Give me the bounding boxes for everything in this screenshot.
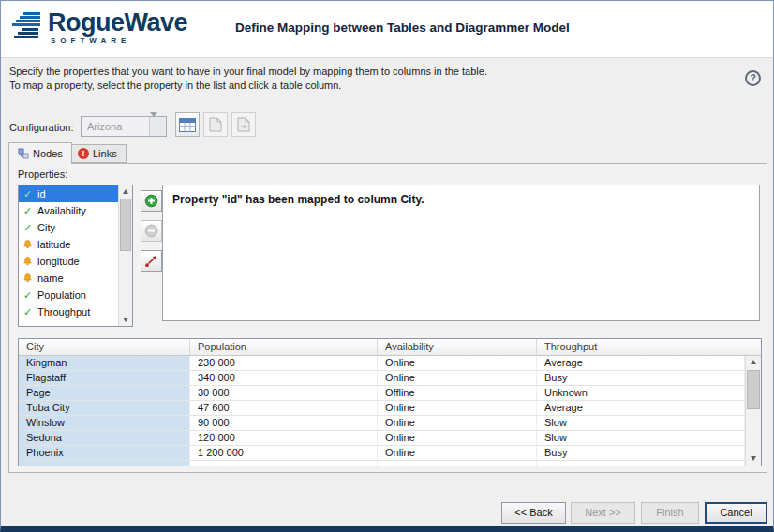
logo-subtitle: SOFTWARE (48, 37, 187, 45)
intro-text: Specify the properties that you want to … (9, 65, 487, 93)
help-button[interactable]: ? (745, 70, 761, 86)
property-item-id[interactable]: ✓ id (19, 185, 119, 202)
nodes-tab-panel: Properties: ✓ id ✓ Availability ✓ City (8, 163, 767, 473)
property-label: latitude (37, 239, 70, 250)
tab-nodes-label: Nodes (33, 148, 63, 159)
cancel-button[interactable]: Cancel (705, 502, 767, 524)
cell-availability[interactable]: Offline (378, 386, 537, 400)
property-item-availability[interactable]: ✓ Availability (19, 202, 119, 219)
error-icon: ! (78, 148, 89, 159)
property-label: id (37, 188, 46, 200)
cell-population[interactable]: 120 000 (190, 431, 378, 445)
import-mapping-button (231, 112, 256, 137)
cell-availability[interactable]: Online (378, 431, 537, 445)
cell-throughput[interactable]: Average (537, 401, 745, 415)
properties-scrollbar[interactable] (118, 185, 132, 326)
column-header-throughput[interactable]: Throughput (537, 339, 761, 356)
export-mapping-button (203, 112, 228, 137)
column-header-availability[interactable]: Availability (378, 339, 537, 356)
node-icon (18, 148, 29, 159)
cell-city[interactable]: Kingman (19, 356, 190, 370)
bell-warning-icon (22, 273, 34, 284)
properties-list: ✓ id ✓ Availability ✓ City latitude (18, 185, 133, 327)
cell-city[interactable]: Flagstaff (19, 371, 190, 385)
cell-availability[interactable]: Online (378, 371, 537, 385)
column-header-city[interactable]: City (19, 339, 190, 356)
document-icon (209, 117, 222, 132)
plus-icon (144, 194, 158, 208)
cell-population[interactable]: 30 000 (190, 386, 378, 400)
finish-button: Finish (641, 502, 699, 524)
question-icon: ? (750, 72, 756, 83)
minus-circle-icon (144, 224, 158, 238)
cell-city[interactable]: Winslow (19, 416, 190, 430)
check-icon: ✓ (22, 306, 34, 318)
cell-city[interactable]: Phoenix (19, 446, 190, 460)
intro-line-2: To map a property, select the property i… (9, 79, 487, 93)
property-item-latitude[interactable]: latitude (19, 236, 119, 253)
cell-population[interactable]: 90 000 (190, 416, 378, 430)
sample-data-table: City Population Availability Throughput … (18, 338, 762, 466)
property-item-longitude[interactable]: longitude (19, 253, 119, 270)
mapping-message: Property "id" has been mapped to column … (172, 193, 424, 206)
scroll-down-icon[interactable] (746, 451, 761, 466)
property-label: name (37, 273, 64, 284)
table-row: Page 30 000 Offline Unknown (19, 386, 745, 401)
check-icon: ✓ (22, 222, 34, 234)
cell-throughput[interactable]: Slow (537, 416, 745, 430)
cell-city[interactable]: Page (19, 386, 190, 400)
table-row: Flagstaff 340 000 Online Busy (19, 371, 745, 386)
cell-availability[interactable]: Online (378, 416, 537, 430)
remove-property-button (141, 220, 162, 242)
cell-city[interactable]: Tuba City (19, 401, 190, 415)
table-row: Tuba City 47 600 Online Average (19, 401, 745, 416)
property-label: Throughput (37, 306, 90, 318)
cell-throughput[interactable]: Unknown (537, 386, 745, 400)
next-button: Next >> (571, 502, 635, 524)
page-title: Define Mapping between Tables and Diagra… (235, 21, 570, 35)
scroll-down-icon[interactable] (119, 313, 132, 326)
logo-waves-icon (10, 11, 44, 41)
tab-links-label: Links (93, 148, 117, 159)
table-row: Kingman 230 000 Online Average (19, 356, 745, 371)
cell-throughput[interactable]: Slow (537, 431, 745, 445)
tab-nodes[interactable]: Nodes (8, 142, 72, 164)
scrollbar-thumb[interactable] (747, 370, 760, 409)
configuration-dropdown: Arizona (81, 116, 167, 137)
mapping-wizard-window: RogueWave SOFTWARE Define Mapping betwee… (0, 0, 774, 532)
cell-throughput[interactable]: Average (537, 356, 745, 370)
cell-population[interactable]: 230 000 (190, 356, 378, 370)
cell-population[interactable]: 1 200 000 (190, 446, 378, 460)
property-label: Population (37, 289, 86, 301)
add-property-button[interactable] (141, 190, 162, 212)
table-header-row: City Population Availability Throughput (19, 339, 761, 356)
property-item-throughput[interactable]: ✓ Throughput (19, 303, 119, 320)
cell-availability[interactable]: Online (378, 401, 537, 415)
check-icon: ✓ (22, 188, 34, 200)
tab-links[interactable]: ! Links (68, 144, 127, 163)
cell-city[interactable]: Sedona (19, 431, 190, 445)
property-item-name[interactable]: name (19, 270, 119, 287)
table-row: Sedona 120 000 Online Slow (19, 431, 745, 446)
scrollbar-thumb[interactable] (120, 199, 131, 251)
property-item-population[interactable]: ✓ Population (19, 287, 119, 303)
property-item-city[interactable]: ✓ City (19, 219, 119, 236)
table-row: Winslow 90 000 Online Slow (19, 416, 745, 431)
column-header-population[interactable]: Population (190, 339, 378, 356)
table-options-button[interactable] (175, 112, 200, 137)
cell-throughput[interactable]: Busy (537, 371, 745, 385)
check-icon: ✓ (22, 205, 34, 217)
cell-availability[interactable]: Online (378, 356, 537, 370)
configuration-label: Configuration: (9, 122, 74, 133)
cell-population[interactable]: 47 600 (190, 401, 378, 415)
cell-throughput[interactable]: Busy (537, 446, 745, 460)
cell-population[interactable]: 340 000 (190, 371, 378, 385)
configuration-value: Arizona (87, 121, 122, 132)
table-body: Kingman 230 000 Online Average Flagstaff… (19, 356, 745, 466)
cell-availability[interactable]: Online (378, 446, 537, 460)
back-button[interactable]: << Back (501, 502, 566, 524)
table-row: Phoenix 1 200 000 Online Busy (19, 446, 745, 461)
property-label: City (37, 222, 55, 233)
table-scrollbar[interactable] (745, 356, 761, 466)
unmap-property-button[interactable] (141, 250, 162, 272)
